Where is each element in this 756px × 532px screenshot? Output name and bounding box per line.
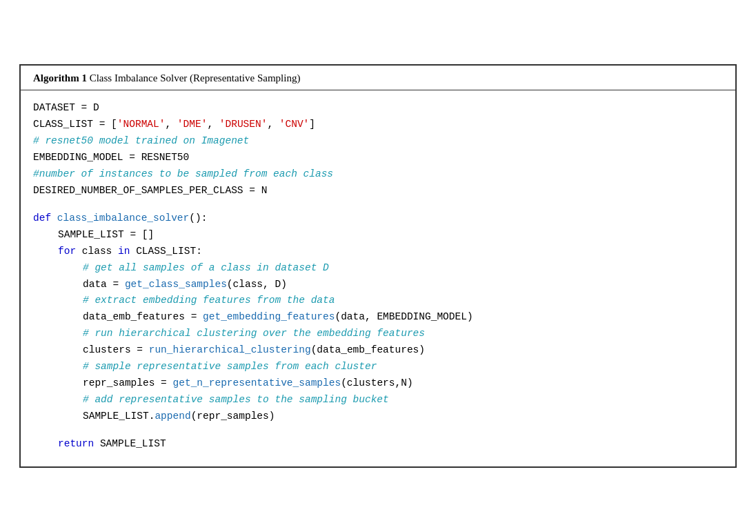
code-line-8: SAMPLE_LIST = [] xyxy=(33,227,723,244)
algorithm-title: Algorithm 1 xyxy=(33,72,87,83)
code-line-15: clusters = run_hierarchical_clustering(d… xyxy=(33,342,723,359)
blank-line-2 xyxy=(33,425,723,436)
code-line-11: data = get_class_samples(class, D) xyxy=(33,277,723,293)
code-line-5: #number of instances to be sampled from … xyxy=(33,166,723,183)
code-line-2: CLASS_LIST = ['NORMAL', 'DME', 'DRUSEN',… xyxy=(33,117,723,133)
code-line-7: def class_imbalance_solver(): xyxy=(33,210,723,227)
code-line-3: # resnet50 model trained on Imagenet xyxy=(33,133,723,150)
code-line-20: return SAMPLE_LIST xyxy=(33,436,723,453)
code-line-6: DESIRED_NUMBER_OF_SAMPLES_PER_CLASS = N xyxy=(33,183,723,199)
code-line-1: DATASET = D xyxy=(33,100,723,117)
algorithm-body: DATASET = D CLASS_LIST = ['NORMAL', 'DME… xyxy=(21,90,735,466)
code-line-10: # get all samples of a class in dataset … xyxy=(33,260,723,277)
code-line-19: SAMPLE_LIST.append(repr_samples) xyxy=(33,408,723,425)
code-line-4: EMBEDDING_MODEL = RESNET50 xyxy=(33,150,723,166)
algorithm-description: Class Imbalance Solver (Representative S… xyxy=(90,72,301,83)
algorithm-header: Algorithm 1 Class Imbalance Solver (Repr… xyxy=(21,66,735,90)
code-line-16: # sample representative samples from eac… xyxy=(33,359,723,375)
code-line-12: # extract embedding features from the da… xyxy=(33,293,723,309)
code-line-17: repr_samples = get_n_representative_samp… xyxy=(33,375,723,392)
algorithm-box: Algorithm 1 Class Imbalance Solver (Repr… xyxy=(19,64,737,467)
blank-line-1 xyxy=(33,199,723,210)
code-line-9: for class in CLASS_LIST: xyxy=(33,244,723,260)
code-line-13: data_emb_features = get_embedding_featur… xyxy=(33,309,723,326)
code-line-18: # add representative samples to the samp… xyxy=(33,392,723,408)
code-line-14: # run hierarchical clustering over the e… xyxy=(33,326,723,342)
